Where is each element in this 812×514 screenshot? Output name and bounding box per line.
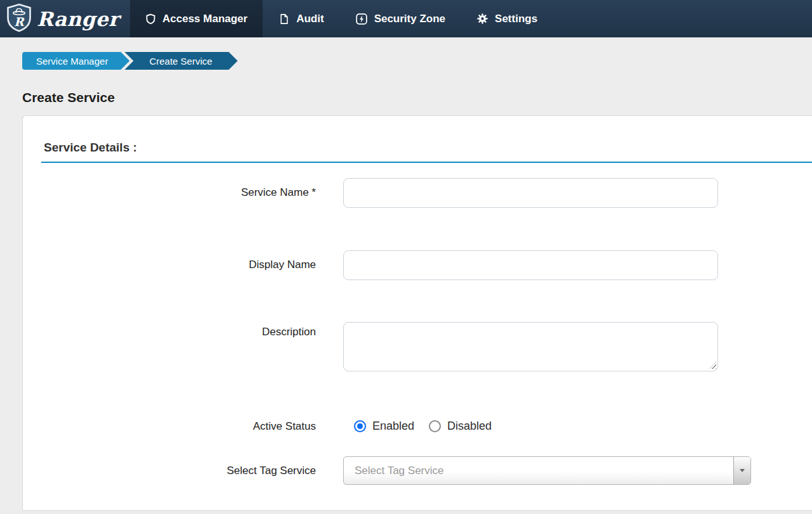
tab-security-zone[interactable]: Security Zone xyxy=(340,0,461,37)
radio-disabled[interactable] xyxy=(429,420,441,432)
breadcrumb-create-service[interactable]: Create Service xyxy=(124,52,237,70)
breadcrumb-label: Create Service xyxy=(149,56,212,67)
active-status-radio-group: Enabled Disabled xyxy=(343,420,492,433)
display-name-row: Display Name xyxy=(23,250,812,280)
description-row: Description xyxy=(23,322,812,371)
tab-settings[interactable]: Settings xyxy=(461,0,553,37)
file-icon xyxy=(278,13,290,25)
tag-service-label: Select Tag Service xyxy=(23,465,316,477)
radio-selected-dot xyxy=(357,423,363,429)
active-status-label: Active Status xyxy=(23,420,316,433)
tab-access-manager[interactable]: Access Manager xyxy=(130,0,263,37)
tab-label: Access Manager xyxy=(162,13,247,25)
page-title: Create Service xyxy=(22,90,812,105)
description-label: Description xyxy=(23,322,316,338)
breadcrumb-label: Service Manager xyxy=(36,56,108,67)
bolt-icon xyxy=(355,13,368,25)
tab-label: Audit xyxy=(296,13,324,25)
top-navbar: R Ranger Access Manager Audit Secu xyxy=(0,0,812,37)
breadcrumb-service-manager[interactable]: Service Manager xyxy=(22,52,129,70)
breadcrumb: Service Manager Create Service xyxy=(22,52,812,70)
tag-service-placeholder: Select Tag Service xyxy=(344,465,443,477)
radio-disabled-label[interactable]: Disabled xyxy=(447,420,492,433)
brand-name: Ranger xyxy=(37,8,119,30)
display-name-input[interactable] xyxy=(343,250,718,280)
tag-service-row: Select Tag Service Select Tag Service xyxy=(23,456,812,510)
display-name-label: Display Name xyxy=(23,250,316,271)
create-service-panel: Service Details : Service Name * Display… xyxy=(22,115,812,511)
tab-label: Security Zone xyxy=(374,13,445,25)
ranger-logo-icon: R xyxy=(6,3,32,35)
tag-service-select[interactable]: Select Tag Service xyxy=(343,456,751,485)
section-divider xyxy=(41,162,812,163)
radio-enabled-label[interactable]: Enabled xyxy=(372,420,414,433)
description-textarea[interactable] xyxy=(343,322,718,371)
service-name-input[interactable] xyxy=(343,178,718,208)
tab-audit[interactable]: Audit xyxy=(263,0,339,37)
shield-icon xyxy=(145,13,156,25)
chevron-down-icon xyxy=(740,469,745,472)
radio-enabled[interactable] xyxy=(354,420,366,432)
brand[interactable]: R Ranger xyxy=(0,0,130,37)
dropdown-arrow-button[interactable] xyxy=(733,457,750,484)
svg-text:R: R xyxy=(14,15,25,29)
service-name-row: Service Name * xyxy=(23,178,812,208)
tab-label: Settings xyxy=(495,13,537,25)
active-status-row: Active Status Enabled Disabled xyxy=(23,420,812,433)
service-name-label: Service Name * xyxy=(23,178,316,199)
section-heading: Service Details : xyxy=(44,141,812,155)
gear-icon xyxy=(476,13,488,25)
